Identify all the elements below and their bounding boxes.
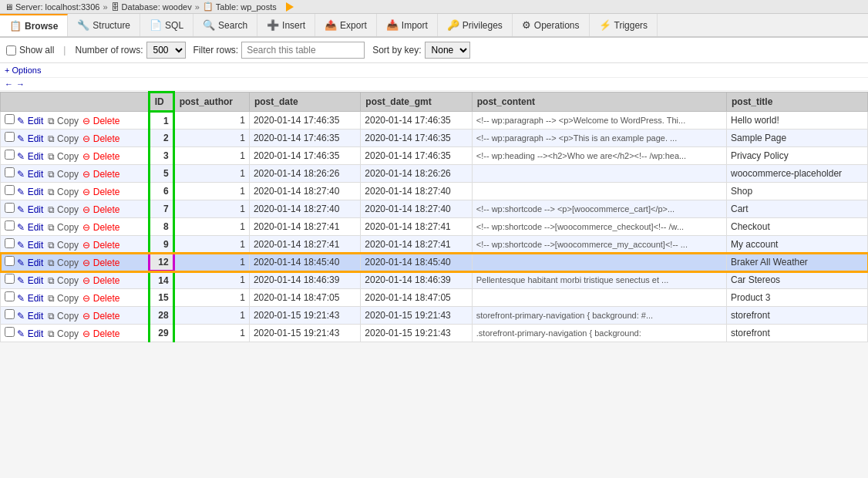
copy-link[interactable]: ⧉ Copy bbox=[48, 151, 79, 162]
copy-link[interactable]: ⧉ Copy bbox=[48, 293, 79, 304]
id-cell: 2 bbox=[149, 130, 173, 147]
row-checkbox-cell: ✎ Edit ⧉ Copy ⊖ Delete bbox=[1, 218, 150, 236]
table-row: ✎ Edit ⧉ Copy ⊖ Delete 812020-01-14 18:2… bbox=[1, 218, 868, 236]
post-date-cell: 2020-01-14 17:46:35 bbox=[249, 130, 360, 147]
row-checkbox[interactable] bbox=[5, 150, 15, 160]
post-date-cell: 2020-01-15 19:21:43 bbox=[249, 307, 360, 325]
row-checkbox[interactable] bbox=[5, 167, 15, 177]
copy-link[interactable]: ⧉ Copy bbox=[48, 328, 79, 339]
row-checkbox[interactable] bbox=[5, 220, 15, 231]
row-checkbox[interactable] bbox=[5, 238, 15, 248]
search-icon: 🔍 bbox=[203, 19, 215, 31]
tab-import[interactable]: 📥 Import bbox=[377, 14, 438, 36]
actions-cell: ✎ Edit ⧉ Copy ⊖ Delete bbox=[15, 293, 121, 304]
search-input[interactable] bbox=[241, 42, 365, 59]
row-checkbox-cell: ✎ Edit ⧉ Copy ⊖ Delete bbox=[1, 147, 150, 165]
edit-link[interactable]: ✎ Edit bbox=[17, 169, 43, 180]
col-id[interactable]: ID bbox=[149, 93, 173, 112]
col-post-date-gmt[interactable]: post_date_gmt bbox=[361, 93, 472, 112]
tab-sql[interactable]: 📄 SQL bbox=[140, 14, 193, 36]
post-date-cell: 2020-01-15 19:21:43 bbox=[249, 325, 360, 342]
edit-link[interactable]: ✎ Edit bbox=[17, 311, 43, 321]
id-cell: 6 bbox=[149, 183, 173, 200]
copy-link[interactable]: ⧉ Copy bbox=[48, 275, 79, 286]
show-all-checkbox[interactable] bbox=[6, 45, 16, 56]
edit-link[interactable]: ✎ Edit bbox=[17, 275, 43, 286]
row-checkbox-cell: ✎ Edit ⧉ Copy ⊖ Delete bbox=[1, 200, 150, 218]
table-icon: 📋 bbox=[203, 2, 214, 12]
edit-link[interactable]: ✎ Edit bbox=[17, 258, 43, 268]
col-post-date[interactable]: post_date bbox=[249, 93, 360, 112]
edit-link[interactable]: ✎ Edit bbox=[17, 133, 43, 144]
edit-link[interactable]: ✎ Edit bbox=[17, 222, 43, 233]
row-checkbox[interactable] bbox=[5, 327, 15, 337]
table-wrapper: ID post_author post_date post_date_gmt p… bbox=[0, 91, 868, 342]
col-post-title[interactable]: post_title bbox=[727, 93, 868, 112]
delete-link[interactable]: ⊖ Delete bbox=[82, 328, 119, 339]
copy-link[interactable]: ⧉ Copy bbox=[48, 258, 79, 268]
post-date-cell: 2020-01-14 18:27:40 bbox=[249, 183, 360, 200]
row-checkbox[interactable] bbox=[5, 185, 15, 195]
col-post-author[interactable]: post_author bbox=[173, 93, 249, 112]
row-checkbox[interactable] bbox=[5, 291, 15, 301]
copy-link[interactable]: ⧉ Copy bbox=[48, 187, 79, 197]
table-row: ✎ Edit ⧉ Copy ⊖ Delete 112020-01-14 17:4… bbox=[1, 112, 868, 130]
row-checkbox[interactable] bbox=[5, 274, 15, 284]
copy-link[interactable]: ⧉ Copy bbox=[48, 169, 79, 180]
delete-link[interactable]: ⊖ Delete bbox=[82, 311, 119, 321]
row-checkbox[interactable] bbox=[5, 256, 15, 266]
number-of-rows-select[interactable]: 500 25 50 100 250 bbox=[146, 42, 186, 59]
delete-link[interactable]: ⊖ Delete bbox=[82, 222, 119, 233]
row-checkbox[interactable] bbox=[5, 132, 15, 142]
delete-link[interactable]: ⊖ Delete bbox=[82, 293, 119, 304]
delete-link[interactable]: ⊖ Delete bbox=[82, 275, 119, 286]
edit-link[interactable]: ✎ Edit bbox=[17, 328, 43, 339]
post-author-cell: 1 bbox=[173, 183, 249, 200]
tab-insert[interactable]: ➕ Insert bbox=[257, 14, 315, 36]
post-content-cell: <!-- wp:paragraph --> <p>This is an exam… bbox=[472, 130, 726, 147]
server-breadcrumb: 🖥 Server: localhost:3306 bbox=[5, 2, 99, 12]
copy-link[interactable]: ⧉ Copy bbox=[48, 204, 79, 215]
row-checkbox[interactable] bbox=[5, 114, 15, 124]
edit-link[interactable]: ✎ Edit bbox=[17, 293, 43, 304]
options-link[interactable]: + Options bbox=[5, 66, 41, 75]
row-checkbox[interactable] bbox=[5, 203, 15, 213]
id-cell: 5 bbox=[149, 165, 173, 183]
delete-link[interactable]: ⊖ Delete bbox=[82, 169, 119, 180]
copy-link[interactable]: ⧉ Copy bbox=[48, 116, 79, 126]
browse-icon: 📋 bbox=[9, 20, 22, 32]
edit-link[interactable]: ✎ Edit bbox=[17, 204, 43, 215]
edit-link[interactable]: ✎ Edit bbox=[17, 151, 43, 162]
edit-link[interactable]: ✎ Edit bbox=[17, 240, 43, 251]
delete-link[interactable]: ⊖ Delete bbox=[82, 133, 119, 144]
database-icon: 🗄 bbox=[111, 2, 119, 12]
sort-by-select[interactable]: None bbox=[425, 42, 470, 59]
tab-search[interactable]: 🔍 Search bbox=[193, 14, 257, 36]
edit-link[interactable]: ✎ Edit bbox=[17, 116, 43, 126]
tab-structure[interactable]: 🔧 Structure bbox=[68, 14, 140, 36]
copy-link[interactable]: ⧉ Copy bbox=[48, 240, 79, 251]
copy-link[interactable]: ⧉ Copy bbox=[48, 222, 79, 233]
row-checkbox[interactable] bbox=[5, 309, 15, 319]
post-author-cell: 1 bbox=[173, 271, 249, 289]
arrow-right[interactable]: → bbox=[16, 79, 25, 89]
delete-link[interactable]: ⊖ Delete bbox=[82, 151, 119, 162]
arrow-left[interactable]: ← bbox=[5, 79, 13, 89]
delete-link[interactable]: ⊖ Delete bbox=[82, 258, 119, 268]
id-cell: 12 bbox=[149, 254, 173, 271]
tab-export[interactable]: 📤 Export bbox=[315, 14, 377, 36]
arrow-annotation bbox=[286, 2, 294, 12]
tab-triggers[interactable]: ⚡ Triggers bbox=[590, 14, 658, 36]
col-post-content[interactable]: post_content bbox=[472, 93, 726, 112]
delete-link[interactable]: ⊖ Delete bbox=[82, 240, 119, 251]
id-cell: 3 bbox=[149, 147, 173, 165]
tab-browse[interactable]: 📋 Browse bbox=[0, 14, 68, 36]
tab-privileges[interactable]: 🔑 Privileges bbox=[438, 14, 513, 36]
tab-operations[interactable]: ⚙ Operations bbox=[513, 14, 590, 36]
delete-link[interactable]: ⊖ Delete bbox=[82, 204, 119, 215]
copy-link[interactable]: ⧉ Copy bbox=[48, 311, 79, 321]
edit-link[interactable]: ✎ Edit bbox=[17, 187, 43, 197]
delete-link[interactable]: ⊖ Delete bbox=[82, 187, 119, 197]
delete-link[interactable]: ⊖ Delete bbox=[82, 116, 119, 126]
copy-link[interactable]: ⧉ Copy bbox=[48, 133, 79, 144]
